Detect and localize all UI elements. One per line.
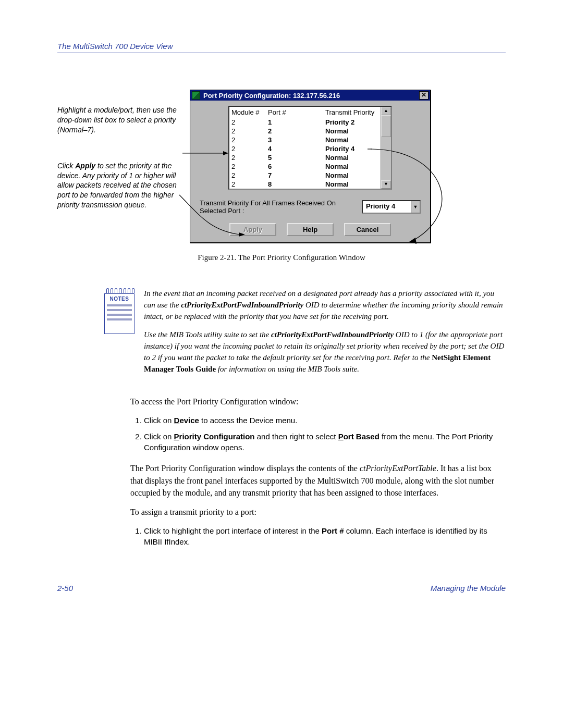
priority-dropdown[interactable]: Priority 4 ▼ [362,200,421,214]
s1b-letter: D [174,416,180,425]
cell-port[interactable]: 1 [266,118,323,127]
apply-button[interactable]: Apply [229,223,276,236]
as1a: Click to highlight the port interface of… [144,526,322,535]
cell-port[interactable]: 8 [266,180,323,189]
priority-dropdown-value: Priority 4 [363,201,411,213]
scroll-thumb[interactable] [381,115,391,137]
notes-text: In the event that an incoming packet rec… [144,288,506,382]
cell-priority[interactable]: Priority 4 [323,144,381,153]
para-b: ctPriorityExtPortTable [360,464,436,473]
step-2: Click on Priority Configuration and then… [144,431,506,453]
margin-note-2-pre: Click [57,162,75,170]
margin-note-1: Highlight a module/port, then use the dr… [57,105,177,135]
s2d: Port Based [338,432,380,441]
cell-port[interactable]: 7 [266,171,323,180]
cell-port[interactable]: 5 [266,153,323,162]
cell-port[interactable]: 2 [266,127,323,135]
cell-port[interactable]: 3 [266,135,323,144]
cell-module[interactable]: 2 [229,118,266,127]
cell-priority[interactable]: Normal [323,162,381,171]
cell-port[interactable]: 4 [266,144,323,153]
cancel-button[interactable]: Cancel [344,223,391,236]
cell-priority[interactable]: Priority 2 [323,118,381,127]
cell-module[interactable]: 2 [229,171,266,180]
s1a: Click on [144,416,174,425]
window-body: Module # Port # Transmit Priority ▲ ▼ 2 … [190,101,430,242]
cell-module[interactable]: 2 [229,162,266,171]
running-header: The MultiSwitch 700 Device View [57,42,506,51]
margin-note-2: Click Apply to set the priority at the d… [57,161,177,210]
cell-module[interactable]: 2 [229,180,266,189]
scroll-track[interactable] [381,137,391,180]
s2d-letter: P [338,432,344,441]
s1b: Device [174,416,199,425]
window-title-text: Port Priority Configuration: 132.177.56.… [203,92,416,100]
cell-module[interactable]: 2 [229,127,266,135]
header-rule [57,53,506,53]
scrollbar[interactable]: ▲ ▼ [381,107,391,189]
figure-area: Highlight a module/port, then use the dr… [57,90,506,243]
priority-listbox[interactable]: Module # Port # Transmit Priority ▲ ▼ 2 … [228,106,392,190]
chevron-down-icon[interactable]: ▼ [411,201,420,213]
body-text: To access the Port Priority Configuratio… [130,396,506,547]
notes-icon-label: NOTES [107,296,132,302]
priority-select-label: Transmit Priority For All Frames Receive… [200,199,359,215]
footer-section: Managing the Module [431,584,506,593]
assign-steps: Click to highlight the port interface of… [130,525,506,547]
port-priority-window: Port Priority Configuration: 132.177.56.… [190,90,431,243]
s2b: Priority Configuration [174,432,255,441]
margin-note-2-bold: Apply [75,162,95,170]
notes-block: NOTES In the event that an incoming pack… [104,288,506,382]
intro-line: To access the Port Priority Configuratio… [130,396,506,408]
button-row: Apply Help Cancel [195,223,425,236]
col-module: Module # [229,107,266,118]
notes-p2-e: for information on using the MIB Tools s… [216,365,359,373]
cell-priority[interactable]: Normal [323,153,381,162]
notes-p2-a: Use the MIB Tools utility suite to set t… [144,330,271,339]
page: The MultiSwitch 700 Device View Highligh… [0,0,563,624]
notes-p1-b: ctPriorityExtPortFwdInboundPriority [181,301,303,309]
cell-module[interactable]: 2 [229,144,266,153]
desc-para: The Port Priority Configuration window d… [130,462,506,499]
help-button[interactable]: Help [287,223,334,236]
access-steps: Click on Device to access the Device men… [130,415,506,453]
close-icon[interactable]: ✕ [419,91,429,100]
col-priority: Transmit Priority [323,107,381,118]
notes-icon: NOTES [104,288,134,382]
as1b: Port # [322,526,344,535]
s1c: to access the Device menu. [199,416,297,425]
notes-p2-b: ctPriorityExtPortFwdInboundPriority [271,330,394,339]
page-number: 2-50 [57,584,73,593]
cell-priority[interactable]: Normal [323,180,381,189]
scroll-up-icon[interactable]: ▲ [381,107,391,115]
margin-notes: Highlight a module/port, then use the dr… [57,90,177,243]
cell-port[interactable]: 6 [266,162,323,171]
cell-priority[interactable]: Normal [323,127,381,135]
s2b-letter: P [174,432,179,441]
assign-line: To assign a transmit priority to a port: [130,506,506,518]
page-footer: 2-50 Managing the Module [57,584,506,593]
para-a: The Port Priority Configuration window d… [130,464,360,473]
cell-module[interactable]: 2 [229,135,266,144]
cell-priority[interactable]: Normal [323,171,381,180]
s2a: Click on [144,432,174,441]
assign-step-1: Click to highlight the port interface of… [144,525,506,547]
scroll-down-icon[interactable]: ▼ [381,180,391,189]
col-port: Port # [266,107,323,118]
cell-priority[interactable]: Normal [323,135,381,144]
s2c: and then right to select [255,432,338,441]
app-icon [192,91,200,100]
cell-module[interactable]: 2 [229,153,266,162]
step-1: Click on Device to access the Device men… [144,415,506,426]
figure-caption: Figure 2-21. The Port Priority Configura… [57,253,506,262]
priority-select-row: Transmit Priority For All Frames Receive… [200,199,421,215]
window-titlebar[interactable]: Port Priority Configuration: 132.177.56.… [190,90,430,101]
